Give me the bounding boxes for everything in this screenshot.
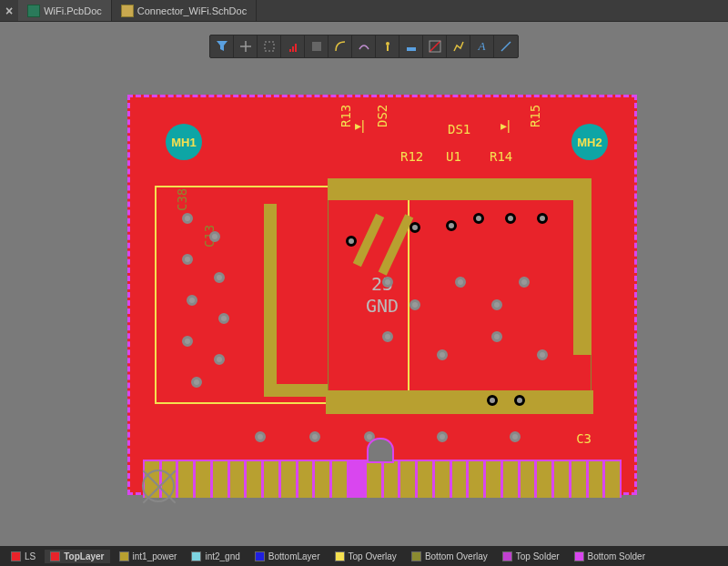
via: [187, 295, 197, 306]
via: [410, 222, 420, 233]
layer-swatch: [255, 551, 265, 561]
via: [382, 331, 393, 342]
via: [514, 395, 525, 406]
layer-tab-int1[interactable]: int1_power: [114, 550, 183, 563]
svg-rect-2: [292, 46, 294, 52]
place-arc-icon[interactable]: [329, 35, 352, 57]
layer-swatch: [502, 551, 512, 561]
via: [382, 277, 393, 288]
trace: [264, 204, 277, 386]
place-track-icon[interactable]: [281, 35, 305, 57]
edge-connector: [143, 460, 622, 498]
layer-tab-bottom-overlay[interactable]: Bottom Overlay: [406, 550, 493, 563]
keepout-icon[interactable]: [376, 35, 399, 57]
mount-hole-2: MH2: [571, 124, 608, 160]
layer-stack-icon[interactable]: [423, 35, 447, 57]
via: [487, 395, 498, 406]
via: [209, 231, 220, 242]
pcb-doc-icon: [27, 5, 40, 17]
layer-swatch: [50, 551, 60, 561]
via: [191, 377, 202, 388]
layer-tab-int2[interactable]: int2_gnd: [186, 550, 245, 563]
pcb-canvas[interactable]: A MH1 MH2 R13 DS2 R12 U1 DS1 R14 R15 C38…: [0, 22, 728, 546]
via: [510, 431, 521, 442]
silk-u1: U1: [446, 149, 461, 164]
via: [309, 431, 320, 442]
layer-swatch: [411, 551, 421, 561]
layer-tab-top-overlay[interactable]: Top Overlay: [329, 550, 402, 563]
origin-marker-icon: [142, 470, 175, 502]
silk-r15: R15: [528, 105, 542, 127]
via: [214, 272, 225, 283]
via: [346, 236, 357, 247]
active-bar-toolbar: A: [209, 35, 519, 58]
layer-swatch: [191, 551, 201, 561]
svg-rect-3: [295, 44, 297, 52]
via: [437, 349, 448, 360]
silk-c3: C3: [576, 431, 592, 446]
tab-sch-doc[interactable]: Connector_WiFi.SchDoc: [112, 0, 257, 21]
trace: [264, 384, 328, 397]
via: [537, 213, 548, 224]
via: [519, 277, 530, 288]
tab-label: Connector_WiFi.SchDoc: [137, 5, 247, 16]
via: [218, 313, 229, 324]
layer-swatch: [11, 551, 21, 561]
place-fill-icon[interactable]: [305, 35, 329, 57]
layer-tab-ls[interactable]: LS: [5, 550, 41, 563]
via: [182, 213, 193, 224]
measure-icon[interactable]: [447, 35, 470, 57]
tab-pcb-doc[interactable]: WiFi.PcbDoc: [18, 0, 112, 21]
via: [505, 213, 516, 224]
text-icon[interactable]: A: [470, 35, 494, 57]
silk-c38: C38: [175, 188, 189, 211]
via: [537, 349, 548, 360]
silk-r14: R14: [490, 149, 512, 164]
move-icon[interactable]: [352, 35, 376, 57]
ic-pads-right: [573, 200, 592, 355]
via: [182, 254, 193, 265]
document-tabs: × WiFi.PcbDoc Connector_WiFi.SchDoc: [0, 0, 728, 22]
filter-icon[interactable]: [210, 35, 234, 57]
layer-tab-bottom[interactable]: BottomLayer: [249, 550, 326, 563]
silk-ds2: DS2: [375, 105, 389, 127]
tab-label: WiFi.PcbDoc: [44, 5, 102, 16]
via: [491, 299, 502, 310]
pcb-board-view[interactable]: MH1 MH2 R13 DS2 R12 U1 DS1 R14 R15 C38 C…: [127, 95, 637, 495]
svg-rect-6: [387, 45, 389, 51]
mount-hole-1: MH1: [166, 124, 202, 160]
dimension-icon[interactable]: [399, 35, 423, 57]
close-tab-button[interactable]: ×: [0, 4, 18, 18]
place-via-icon[interactable]: [258, 35, 281, 57]
layer-swatch: [574, 551, 584, 561]
svg-rect-7: [407, 47, 416, 51]
line-icon[interactable]: [494, 35, 518, 57]
via: [446, 220, 457, 231]
diode-symbol-icon: ▸|: [500, 118, 511, 133]
via: [491, 331, 502, 342]
silk-r12: R12: [400, 149, 423, 164]
via: [255, 431, 266, 442]
layer-tab-bottom-solder[interactable]: Bottom Solder: [569, 550, 651, 563]
layer-tab-top-solder[interactable]: Top Solder: [497, 550, 565, 563]
svg-point-5: [386, 42, 389, 45]
svg-rect-1: [289, 49, 291, 52]
diode-symbol-icon: ▸|: [355, 118, 365, 133]
via: [455, 277, 466, 288]
via: [182, 336, 193, 347]
connector-notch: [367, 438, 394, 463]
sch-doc-icon: [121, 5, 134, 17]
silk-ds1: DS1: [448, 122, 470, 136]
via: [410, 299, 420, 310]
layer-swatch: [119, 551, 129, 561]
ic-pads-bottom: [326, 390, 593, 414]
silk-r13: R13: [339, 105, 353, 127]
via: [214, 354, 225, 365]
layer-tab-top[interactable]: TopLayer: [45, 550, 109, 563]
ic-pads-top: [328, 178, 592, 200]
place-pad-icon[interactable]: [234, 35, 258, 57]
svg-rect-4: [312, 42, 321, 51]
layer-tabs-bar: LS TopLayer int1_power int2_gnd BottomLa…: [0, 546, 728, 566]
via: [437, 431, 448, 442]
layer-swatch: [335, 551, 345, 561]
